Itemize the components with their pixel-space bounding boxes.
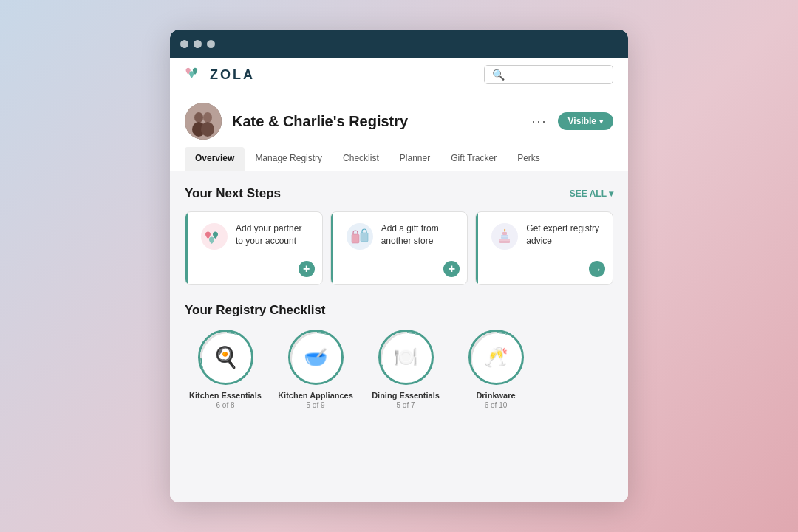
next-steps-header: Your Next Steps SEE ALL ▾: [185, 186, 613, 201]
tab-planner[interactable]: Planner: [389, 147, 440, 171]
zola-logo-icon: [185, 66, 205, 83]
svg-point-19: [290, 332, 344, 386]
step-text-advice: Get expert registry advice: [526, 222, 602, 248]
registry-title-row: Kate & Charlie's Registry ··· Visible ▾: [185, 103, 613, 140]
tab-perks[interactable]: Perks: [507, 147, 550, 171]
checklist-circle-kitchen-appliances: 🥣: [288, 330, 344, 385]
kitchen-appliances-name: Kitchen Appliances: [278, 391, 353, 400]
card-left-border: [185, 212, 188, 284]
checklist-item-dining-essentials[interactable]: 🍽️ Dining Essentials 5 of 7: [365, 330, 446, 409]
chevron-down-icon: ▾: [599, 117, 603, 126]
zola-logo: ZOLA: [185, 66, 255, 83]
step-text-gift: Add a gift from another store: [381, 222, 457, 248]
svg-point-23: [471, 332, 524, 386]
search-box[interactable]: 🔍: [484, 65, 613, 84]
checklist-section: Your Registry Checklist 🍳 Kitchen Essent…: [185, 303, 613, 409]
checklist-item-kitchen-appliances[interactable]: 🥣 Kitchen Appliances 5 of 9: [275, 330, 356, 409]
dining-essentials-count: 5 of 7: [396, 401, 415, 409]
main-content: Your Next Steps SEE ALL ▾: [170, 171, 628, 424]
titlebar-dot-2: [194, 40, 202, 48]
svg-point-6: [347, 223, 373, 250]
checklist-circle-drinkware: 🥂: [468, 330, 524, 385]
svg-rect-12: [502, 232, 507, 235]
drinkware-name: Drinkware: [476, 391, 515, 400]
step-card-content-3: Get expert registry advice: [486, 222, 602, 250]
kitchen-essentials-count: 6 of 8: [216, 401, 234, 409]
tab-overview[interactable]: Overview: [185, 147, 245, 171]
browser-window: ZOLA 🔍: [170, 30, 628, 502]
titlebar-dot-1: [180, 40, 188, 48]
see-all-link[interactable]: SEE ALL ▾: [570, 188, 613, 199]
registry-name: Kate & Charlie's Registry: [232, 113, 408, 130]
checklist-title: Your Registry Checklist: [185, 303, 613, 318]
step-card-content-2: Add a gift from another store: [341, 222, 457, 250]
tab-checklist[interactable]: Checklist: [332, 147, 389, 171]
step-card-content: Add your partner to your account: [196, 222, 312, 250]
nav-tabs: Overview Manage Registry Checklist Plann…: [185, 147, 613, 171]
checklist-circle-kitchen-essentials: 🍳: [198, 330, 253, 385]
browser-content: ZOLA 🔍: [170, 58, 628, 502]
svg-rect-10: [499, 239, 510, 243]
step-card-gift: Add a gift from another store +: [330, 211, 468, 285]
add-gift-icon: [346, 222, 374, 250]
svg-point-16: [505, 229, 506, 231]
search-icon: 🔍: [492, 69, 505, 81]
svg-rect-8: [361, 233, 368, 242]
search-input[interactable]: [509, 69, 605, 81]
avatar: [185, 103, 222, 140]
kitchen-appliances-count: 5 of 9: [306, 401, 324, 409]
checklist-grid: 🍳 Kitchen Essentials 6 of 8 🥣: [185, 330, 613, 409]
svg-point-17: [200, 332, 253, 386]
expert-advice-icon: [491, 222, 519, 250]
svg-point-3: [203, 112, 212, 123]
titlebar-dot-3: [207, 40, 215, 48]
gift-icon-area: [346, 222, 374, 250]
tab-gift-tracker[interactable]: Gift Tracker: [440, 147, 507, 171]
advice-arrow-button[interactable]: →: [589, 261, 605, 277]
card-left-border-2: [331, 212, 333, 284]
options-button[interactable]: ···: [529, 111, 550, 132]
checklist-item-kitchen-essentials[interactable]: 🍳 Kitchen Essentials 6 of 8: [185, 330, 266, 409]
tab-manage-registry[interactable]: Manage Registry: [245, 147, 332, 171]
add-partner-button[interactable]: +: [299, 261, 315, 277]
step-card-partner: Add your partner to your account +: [185, 211, 323, 285]
step-card-advice: Get expert registry advice →: [475, 211, 613, 285]
svg-rect-7: [352, 234, 359, 243]
progress-ring-kitchen-appliances: [288, 330, 344, 385]
dining-essentials-name: Dining Essentials: [372, 391, 440, 400]
svg-rect-11: [501, 235, 508, 239]
add-gift-button[interactable]: +: [443, 261, 460, 277]
registry-title-right: ··· Visible ▾: [529, 111, 613, 132]
svg-point-4: [201, 122, 214, 137]
progress-ring-drinkware: [468, 330, 524, 385]
add-partner-icon: [200, 222, 228, 250]
visible-button[interactable]: Visible ▾: [558, 112, 613, 130]
card-left-border-3: [476, 212, 478, 284]
visible-label: Visible: [568, 116, 596, 126]
partner-icon-area: [200, 222, 228, 250]
see-all-label: SEE ALL: [570, 188, 607, 199]
checklist-item-drinkware[interactable]: 🥂 Drinkware 6 of 10: [455, 330, 536, 409]
zola-wordmark: ZOLA: [210, 67, 255, 83]
header-bar: ZOLA 🔍: [170, 58, 628, 92]
kitchen-essentials-name: Kitchen Essentials: [189, 391, 262, 400]
browser-titlebar: [170, 30, 628, 58]
progress-ring-dining-essentials: [378, 330, 434, 385]
steps-grid: Add your partner to your account +: [185, 211, 613, 285]
progress-ring-kitchen-essentials: [198, 330, 253, 385]
chevron-right-icon: ▾: [609, 188, 613, 199]
svg-point-1: [194, 112, 203, 123]
checklist-circle-dining-essentials: 🍽️: [378, 330, 434, 385]
registry-title-left: Kate & Charlie's Registry: [185, 103, 408, 140]
next-steps-title: Your Next Steps: [185, 186, 281, 201]
advice-icon-area: [491, 222, 519, 250]
registry-header: Kate & Charlie's Registry ··· Visible ▾ …: [170, 92, 628, 171]
svg-point-21: [381, 332, 434, 386]
avatar-icon: [185, 103, 222, 140]
step-text-partner: Add your partner to your account: [236, 222, 312, 248]
drinkware-count: 6 of 10: [485, 401, 508, 409]
